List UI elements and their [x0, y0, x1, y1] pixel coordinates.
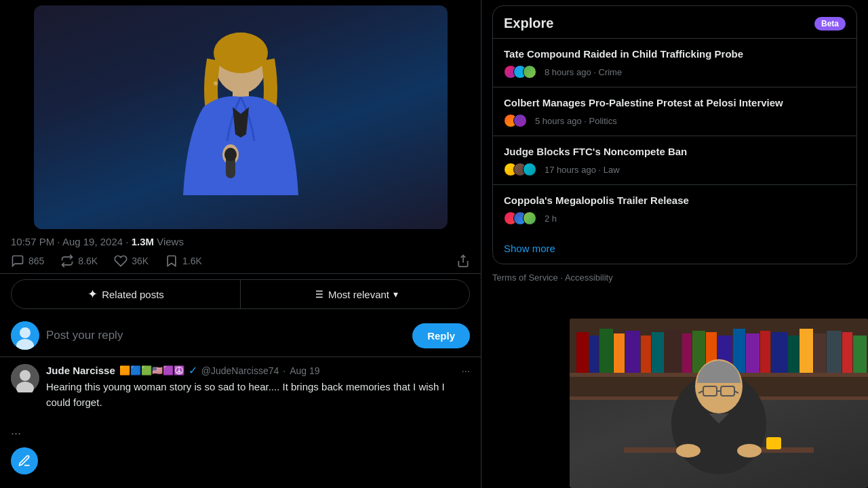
share-icon [456, 254, 470, 268]
comment-header: Jude Narcisse 🟧🟦🟩🇺🇸🟪☮️ ✓ @JudeNarcisse74… [46, 364, 470, 377]
commenter-emojis: 🟧🟦🟩🇺🇸🟪☮️ [119, 365, 184, 375]
like-count: 36K [132, 256, 149, 266]
news-info-3: 17 hours ago · Law [545, 165, 620, 175]
retweet-icon [60, 254, 74, 268]
svg-point-5 [224, 148, 237, 161]
news-title-1: Tate Compound Raided in Child Traffickin… [504, 47, 846, 61]
comment-date: Aug 19 [290, 365, 319, 376]
beta-badge: Beta [814, 17, 846, 30]
news-meta-1: 8 hours ago · Crime [504, 65, 846, 79]
news-avatars-1 [504, 65, 532, 79]
footer-text: Terms of Service · Accessibility [492, 272, 613, 283]
news-avatars-2 [504, 114, 523, 127]
bookmark-icon [165, 254, 178, 268]
retweet-action[interactable]: 8.6K [60, 254, 98, 268]
comment-count: 865 [28, 256, 44, 266]
comment-area: Jude Narcisse 🟧🟦🟩🇺🇸🟪☮️ ✓ @JudeNarcisse74… [0, 357, 481, 417]
news-item-2[interactable]: Colbert Manages Pro-Palestine Protest at… [493, 87, 856, 136]
share-action[interactable] [456, 254, 470, 268]
spark-icon: ✦ [87, 287, 98, 302]
news-category-1: Crime [599, 67, 623, 77]
comment-action[interactable]: 865 [11, 254, 44, 268]
commenter-avatar [11, 364, 39, 392]
news-item-4[interactable]: Coppola's Megalopolis Trailer Release 2 … [493, 184, 856, 233]
footer-links: Terms of Service · Accessibility [481, 270, 868, 285]
related-posts-label: Related posts [102, 289, 164, 300]
svg-rect-55 [766, 437, 781, 449]
news-time-4: 2 h [545, 214, 557, 224]
like-action[interactable]: 36K [114, 254, 149, 268]
timestamp-row: 10:57 PM · Aug 19, 2024 · 1.3M Views [0, 229, 481, 251]
news-category-2: Politics [589, 116, 617, 126]
bookmark-action[interactable]: 1.6K [165, 254, 202, 268]
right-panel: Explore Beta Tate Compound Raided in Chi… [481, 0, 868, 488]
news-category-3: Law [604, 165, 620, 175]
svg-point-15 [20, 327, 31, 338]
comment-text: Hearing this young woman story is so sad… [46, 380, 470, 410]
news-title-3: Judge Blocks FTC's Noncompete Ban [504, 144, 846, 159]
news-info-1: 8 hours ago · Crime [545, 67, 622, 77]
chevron-down-icon: ▾ [393, 289, 398, 300]
webcam-background [570, 319, 868, 488]
fab-button[interactable] [11, 447, 38, 474]
explore-title: Explore [504, 16, 553, 31]
news-item-1[interactable]: Tate Compound Raided in Child Traffickin… [493, 38, 856, 87]
views-label: Views [157, 236, 184, 247]
sort-icon [312, 288, 324, 300]
related-bar: ✦ Related posts Most relevant ▾ [11, 279, 470, 309]
news-meta-4: 2 h [504, 211, 846, 225]
news-meta-2: 5 hours ago · Politics [504, 114, 846, 127]
news-info-4: 2 h [545, 214, 557, 224]
explore-box: Explore Beta Tate Compound Raided in Chi… [492, 5, 857, 264]
news-avatar-k [523, 211, 536, 225]
action-bar: 865 8.6K 36K 1.6K [0, 251, 481, 274]
woman-figure-svg [153, 19, 329, 229]
person-svg [570, 319, 868, 488]
compose-icon [18, 454, 31, 468]
three-dots-button[interactable]: ··· [11, 426, 21, 441]
news-title-2: Colbert Manages Pro-Palestine Protest at… [504, 96, 846, 110]
retweet-count: 8.6K [78, 256, 98, 266]
news-avatars-3 [504, 163, 532, 176]
most-relevant-button[interactable]: Most relevant ▾ [240, 280, 469, 308]
bookmark-count: 1.6K [182, 256, 202, 266]
svg-point-53 [676, 444, 701, 458]
svg-point-1 [214, 33, 268, 73]
most-relevant-label: Most relevant [328, 289, 389, 300]
news-meta-3: 17 hours ago · Law [504, 163, 846, 176]
comment-icon [11, 254, 24, 268]
timestamp-text: 10:57 PM · Aug 19, 2024 · [11, 236, 132, 247]
news-time-2: 5 hours ago [535, 116, 582, 126]
news-avatar-e [513, 114, 527, 127]
svg-point-18 [20, 370, 31, 381]
svg-point-6 [214, 81, 218, 85]
news-time-1: 8 hours ago [545, 67, 591, 77]
commenter-name: Jude Narcisse [46, 365, 115, 376]
news-item-3[interactable]: Judge Blocks FTC's Noncompete Ban 17 hou… [493, 136, 856, 184]
svg-point-54 [737, 444, 762, 458]
comment-more-button[interactable]: ··· [461, 365, 470, 376]
news-time-3: 17 hours ago [545, 165, 596, 175]
show-more-button[interactable]: Show more [493, 233, 856, 264]
reply-input[interactable]: Post your reply [46, 329, 406, 342]
webcam-overlay [570, 319, 868, 488]
news-avatars-4 [504, 211, 532, 225]
like-icon [114, 254, 127, 268]
news-avatar-c [523, 65, 536, 79]
news-title-4: Coppola's Megalopolis Trailer Release [504, 193, 846, 207]
left-panel: 10:57 PM · Aug 19, 2024 · 1.3M Views 865… [0, 0, 481, 488]
reply-button[interactable]: Reply [412, 323, 470, 348]
user-avatar [11, 321, 39, 350]
reply-box: Post your reply Reply [0, 314, 481, 357]
commenter-handle: @JudeNarcisse74 [201, 365, 279, 376]
verified-badge: ✓ [189, 364, 197, 377]
related-posts-button[interactable]: ✦ Related posts [12, 280, 240, 308]
views-count: 1.3M [132, 236, 154, 247]
news-avatar-h [523, 163, 536, 176]
explore-header: Explore Beta [493, 6, 856, 38]
comment-separator: · [283, 365, 285, 376]
video-area[interactable] [34, 5, 448, 229]
news-info-2: 5 hours ago · Politics [535, 116, 617, 126]
comment-body: Jude Narcisse 🟧🟦🟩🇺🇸🟪☮️ ✓ @JudeNarcisse74… [46, 364, 470, 410]
